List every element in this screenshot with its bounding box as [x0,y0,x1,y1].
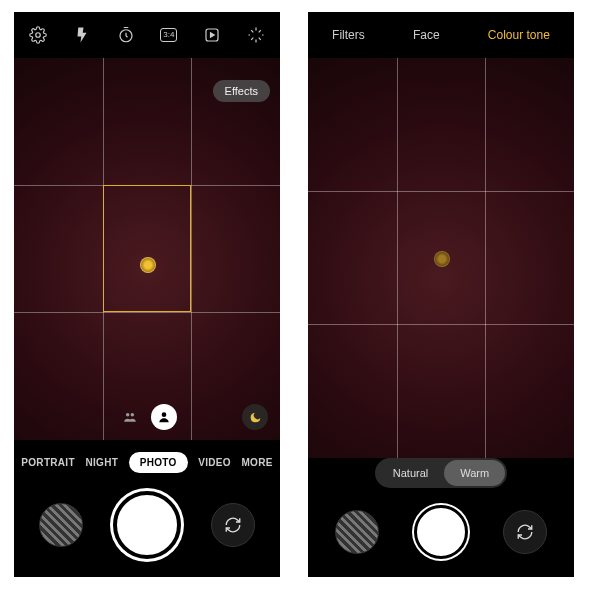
filters-icon[interactable] [247,26,265,44]
camera-screen-main: 3:4 Effects PORTRAIT NIG [14,12,280,577]
timer-icon[interactable] [117,26,135,44]
grid-line [397,58,398,458]
bottom-controls [308,505,574,559]
bottom-controls [14,491,280,559]
flash-icon[interactable] [73,26,91,44]
effect-tabs: Filters Face Colour tone [308,12,574,58]
switch-camera-button[interactable] [211,503,255,547]
mode-night[interactable]: NIGHT [85,457,118,468]
shutter-button[interactable] [414,505,468,559]
single-subject-icon[interactable] [151,404,177,430]
shutter-button[interactable] [113,491,181,559]
autofocus-box [103,185,192,312]
settings-icon[interactable] [29,26,47,44]
viewfinder[interactable] [14,58,280,440]
motion-photo-icon[interactable] [203,26,221,44]
ratio-label: 3:4 [163,30,174,39]
tab-filters[interactable]: Filters [332,28,365,42]
mode-photo[interactable]: PHOTO [129,452,188,473]
camera-screen-colour-tone: Filters Face Colour tone Natural Warm [308,12,574,577]
svg-point-4 [131,413,135,417]
gallery-thumbnail[interactable] [335,510,379,554]
tone-segmented-control: Natural Warm [375,458,507,488]
ratio-icon[interactable]: 3:4 [160,28,177,42]
grid-line [485,58,486,458]
tone-options: Natural Warm [308,458,574,488]
subject-mode-row [14,404,280,430]
mode-strip: PORTRAIT NIGHT PHOTO VIDEO MORE [14,440,280,484]
multi-subject-icon[interactable] [117,404,143,430]
svg-point-5 [162,412,167,417]
mode-more[interactable]: MORE [241,457,272,468]
tab-face[interactable]: Face [413,28,440,42]
mode-video[interactable]: VIDEO [198,457,231,468]
svg-point-3 [126,413,130,417]
effects-label: Effects [225,85,258,97]
grid-line [191,58,192,440]
switch-camera-button[interactable] [503,510,547,554]
tone-natural[interactable]: Natural [377,460,444,486]
grid-line [308,324,574,325]
svg-point-0 [36,33,41,38]
grid-line [14,312,280,313]
tone-warm[interactable]: Warm [444,460,505,486]
gallery-thumbnail[interactable] [39,503,83,547]
tab-colour-tone[interactable]: Colour tone [488,28,550,42]
top-toolbar: 3:4 [14,12,280,58]
viewfinder[interactable] [308,58,574,458]
autofocus-point [434,251,450,267]
mode-portrait[interactable]: PORTRAIT [21,457,75,468]
grid-line [308,191,574,192]
effects-button[interactable]: Effects [213,80,270,102]
